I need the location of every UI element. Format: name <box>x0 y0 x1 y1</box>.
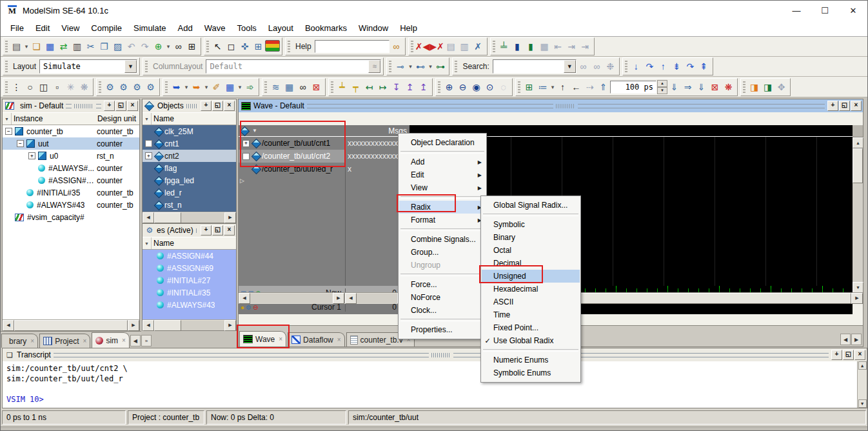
search-options-icon[interactable]: ❉ <box>604 60 617 74</box>
tab-library[interactable]: brary × <box>1 334 38 348</box>
delete-marker-icon[interactable]: ┯ <box>349 80 362 94</box>
undock-icon[interactable]: ◱ <box>212 225 223 236</box>
expand-net-icon[interactable]: ⊶ <box>433 60 447 74</box>
delete-assertion-icon[interactable]: ⊠ <box>310 80 323 94</box>
radix-item-decimal[interactable]: ✓ Decimal ▶ <box>482 257 580 270</box>
grid-mode-icon[interactable]: ▦ <box>538 40 551 54</box>
maximize-button-icon[interactable]: ☐ <box>811 1 839 20</box>
save-icon[interactable]: ▦ <box>43 40 57 54</box>
radix-item-hexadecimal[interactable]: ✓ Hexadecimal ▶ <box>482 283 580 296</box>
new-file-icon[interactable]: ▤ <box>10 40 23 54</box>
watch-icon[interactable]: ∞ <box>296 80 310 94</box>
radix-item-unsigned[interactable]: ✓ Unsigned ▶ <box>482 270 580 283</box>
remove-cursor-icon[interactable]: ⊖ <box>253 304 258 311</box>
drivers-dropdown-icon[interactable]: ▾ <box>407 60 413 74</box>
up-context-icon[interactable]: ↑ <box>556 80 569 94</box>
processes-hscrollbar[interactable]: ◀ ▶ <box>143 319 236 330</box>
filter-icon[interactable]: ▼ <box>143 113 152 125</box>
sim-panel-header[interactable]: sim - Default +◱× <box>3 99 139 112</box>
back-icon[interactable]: ← <box>569 80 583 94</box>
objects-hscrollbar[interactable]: ◀ ▶ <box>143 212 236 223</box>
show-drivers-icon[interactable]: ⊸ <box>393 60 407 74</box>
wave-signal-led-r[interactable]: /counter_tb/uut/led_r x <box>239 163 409 175</box>
tab-close-icon[interactable]: × <box>82 337 87 345</box>
expand-time-icon[interactable]: ⇑ <box>597 80 610 94</box>
tree-row-always43[interactable]: #ALWAYS#43 counter_tb <box>3 199 139 211</box>
lock-cursor-icon[interactable]: ▮ <box>511 40 524 54</box>
object-row-flag[interactable]: flag <box>143 162 236 174</box>
panel-close-icon[interactable]: × <box>224 101 235 111</box>
processes-panel-header[interactable]: ⚙ es (Active) +◱× <box>143 224 236 237</box>
run-add-dropdown-icon[interactable]: ▾ <box>183 80 190 94</box>
tree-row-assign6[interactable]: #ASSIGN#6... counter <box>3 174 139 186</box>
dock-expand-icon[interactable]: + <box>201 225 212 236</box>
object-row-led-r[interactable]: led_r <box>143 186 236 199</box>
time-step-input[interactable] <box>610 81 656 94</box>
tab-scroll-right-icon[interactable]: » <box>141 335 152 346</box>
copy-icon[interactable]: ❐ <box>97 40 111 54</box>
layout-combobox[interactable]: Simulate▼ <box>39 59 137 74</box>
columnlayout-dropdown-icon[interactable]: ≋ <box>368 60 380 73</box>
wave-signal-cnt1[interactable]: + /counter_tb/uut/cnt1 xxxxxxxxxxxxxx <box>239 137 409 150</box>
sim-option6-icon[interactable]: ❋ <box>77 80 91 94</box>
find-previous-diff-icon[interactable]: ✗◀ <box>415 40 430 54</box>
performance-icon[interactable]: ◨ <box>747 80 761 94</box>
scroll-down-icon[interactable]: ▼ <box>858 399 867 408</box>
sim-option5-icon[interactable]: ✳ <box>64 80 77 94</box>
break-icon[interactable]: ⊠ <box>708 80 722 94</box>
tab-close-icon[interactable]: × <box>29 337 34 345</box>
next-edge-icon[interactable]: ⇥ <box>565 40 578 54</box>
process-row-assign44[interactable]: #ASSIGN#44 <box>143 250 236 262</box>
run-log-dropdown-icon[interactable]: ▾ <box>203 80 210 94</box>
undock-icon[interactable]: ◱ <box>839 101 850 111</box>
lock-cursor2-icon[interactable]: ● <box>241 304 244 311</box>
menu-compile[interactable]: Compile <box>85 23 128 33</box>
undock-icon[interactable]: ◱ <box>212 101 223 111</box>
run-log-icon[interactable]: ➥ <box>190 80 203 94</box>
dock-expand-icon[interactable]: + <box>104 101 115 111</box>
radix-item-symbolic-enums[interactable]: ✓ Symbolic Enums ▶ <box>482 366 580 379</box>
sim-column-header[interactable]: ▼ Instance Design unit <box>3 112 139 125</box>
save-format-icon[interactable]: ▦ <box>223 80 237 94</box>
collapse-config-icon[interactable]: ⊞ <box>185 40 199 54</box>
sim-option2-icon[interactable]: ○ <box>23 80 37 94</box>
scroll-left-icon[interactable]: ◀ <box>3 320 14 331</box>
menu-wave[interactable]: Wave <box>199 23 232 33</box>
tree-expander[interactable]: − <box>17 140 24 147</box>
tab-project[interactable]: Project × <box>39 334 90 348</box>
filter-icon[interactable]: ▼ <box>3 113 12 125</box>
cut-icon[interactable]: ✂ <box>84 40 97 54</box>
time-step-up-icon[interactable]: ▲ <box>657 80 667 87</box>
environment-gear2-icon[interactable]: ⚙ <box>117 80 130 94</box>
scroll-right-icon[interactable]: ▶ <box>224 320 236 331</box>
scroll-right-icon[interactable]: ▶ <box>333 293 344 304</box>
falling-edge-icon[interactable]: ↧ <box>390 80 403 94</box>
menu-layout[interactable]: Layout <box>262 23 299 33</box>
process-row-initial35[interactable]: #INITIAL#35 <box>143 286 236 299</box>
menu-item-combine-signals[interactable]: ✓ Combine Signals... ▶ <box>399 233 486 246</box>
tree-row-initial35[interactable]: #INITIAL#35 counter_tb <box>3 186 139 199</box>
menu-item-properties[interactable]: ✓ Properties... ▶ <box>399 323 486 336</box>
new-file-dropdown-icon[interactable]: ▾ <box>23 40 30 54</box>
wave-tab-scroll-left-icon[interactable]: ◀ <box>840 334 851 345</box>
object-row-cnt1[interactable]: + cnt1 <box>143 137 236 150</box>
tree-row-u0[interactable]: + u0 rst_n <box>3 150 139 162</box>
menu-edit[interactable]: Edit <box>30 23 55 33</box>
environment-gear3-icon[interactable]: ⚙ <box>130 80 144 94</box>
tree-expander[interactable]: + <box>28 152 35 159</box>
find-icon[interactable]: ∞ <box>172 40 185 54</box>
scroll-left-icon[interactable]: ◀ <box>239 293 250 304</box>
run-all-icon[interactable]: ⇓ <box>695 80 708 94</box>
menu-view[interactable]: View <box>55 23 85 33</box>
scroll-down-icon[interactable]: ▼ <box>853 282 863 293</box>
cursor-props-icon[interactable]: ⚙ <box>246 304 252 311</box>
zoom-in-icon[interactable]: ⊕ <box>442 80 456 94</box>
tab-close-icon[interactable]: × <box>277 336 282 343</box>
wave-up-bar-icon[interactable]: ⇞ <box>697 60 711 74</box>
tab-close-icon[interactable]: × <box>121 337 126 344</box>
next-transition-icon[interactable]: ↦ <box>376 80 390 94</box>
wave-panel-header[interactable]: Wave - Default +◱× <box>239 99 863 112</box>
save-format-dropdown-icon[interactable]: ▾ <box>237 80 243 94</box>
sim-option3-icon[interactable]: ◫ <box>37 80 50 94</box>
run-icon[interactable]: ⇓ <box>667 80 681 94</box>
